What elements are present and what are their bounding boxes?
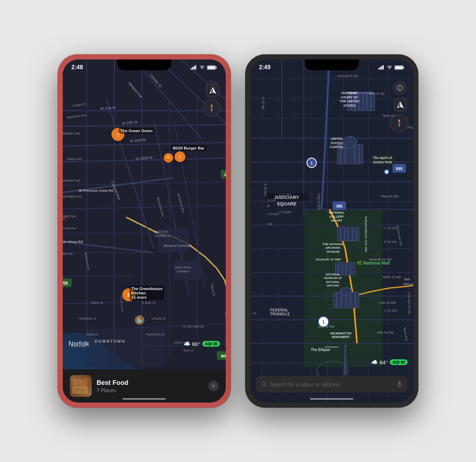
notch-left	[117, 59, 171, 70]
svg-text:apital: apital	[63, 217, 65, 221]
svg-text:JUDICIARY: JUDICIARY	[274, 195, 299, 200]
compass-icon: N	[206, 103, 217, 114]
best-food-card[interactable]: Best Food 7 Places ✕	[63, 369, 226, 403]
phones-container: 2:48	[43, 40, 433, 422]
search-bar-right[interactable]: Search for a place or address	[256, 376, 407, 392]
pin-label-green-onion: The Green Onion	[119, 128, 154, 134]
card-inner: Best Food 7 Places ✕	[70, 375, 219, 397]
location-button-right[interactable]	[394, 98, 407, 111]
svg-text:N: N	[398, 119, 400, 121]
search-placeholder: Search for a place or address	[270, 381, 394, 387]
aqi-badge-left: AQI 30	[202, 341, 220, 347]
svg-text:Westover Ave: Westover Ave	[63, 179, 80, 182]
wifi-icon-right	[387, 65, 393, 70]
search-icon	[261, 381, 267, 387]
svg-rect-92	[378, 68, 379, 70]
svg-rect-217	[398, 381, 401, 385]
location-button-left[interactable]	[206, 84, 219, 97]
federal-triangle-label: FEDERALTRIANGLE	[270, 308, 290, 316]
svg-text:Elmwood Cemetery: Elmwood Cemetery	[164, 244, 191, 248]
mic-icon[interactable]	[397, 381, 402, 387]
svg-text:12th St SW: 12th St SW	[379, 301, 396, 305]
svg-text:C St NW: C St NW	[279, 210, 291, 214]
svg-text:First St NW: First St NW	[317, 194, 321, 210]
time-right: 2:49	[259, 64, 270, 71]
svg-rect-98	[395, 66, 403, 69]
svg-text:E City Hall Ave: E City Hall Ave	[183, 325, 204, 328]
food-thumbnail	[70, 375, 92, 397]
svg-text:E St SW: E St SW	[385, 240, 397, 244]
svg-text:West Point: West Point	[154, 230, 168, 234]
pin-food-small[interactable]: 🏆	[164, 153, 173, 163]
svg-rect-5	[216, 67, 217, 68]
signal-icon-right	[378, 65, 385, 70]
weather-bar-right: ☁️ 64° AQI 43	[250, 356, 413, 369]
svg-rect-3	[195, 65, 196, 70]
svg-rect-93	[380, 67, 381, 70]
svg-text:Maury Ave: Maury Ave	[67, 157, 82, 161]
pin-food-3[interactable]: 🏪	[135, 315, 144, 325]
svg-text:Ninth St SW: Ninth St SW	[383, 275, 401, 279]
signal-icon	[191, 65, 197, 70]
info-button-right[interactable]: ⓘ	[393, 81, 407, 95]
svg-rect-6	[208, 66, 215, 69]
svg-text:Cemetery: Cemetery	[177, 270, 190, 273]
battery-icon	[207, 65, 217, 70]
svg-text:Fairfax Ave: Fairfax Ave	[63, 252, 73, 256]
washington-monument-label: WASHINGTONMONUMENT	[330, 332, 351, 339]
svg-point-200	[385, 170, 388, 173]
left-phone: 2:48	[58, 54, 231, 408]
svg-text:Lincoln St: Lincoln St	[152, 317, 166, 320]
svg-text:D ST NE: D ST NE	[261, 97, 265, 110]
svg-text:Frontage Rd SW: Frontage Rd SW	[407, 292, 411, 314]
svg-rect-94	[381, 66, 382, 70]
pin-8020[interactable]: 🍴	[175, 151, 185, 162]
drag-handle	[325, 346, 339, 348]
svg-text:Independence Ave SW: Independence Ave SW	[364, 217, 368, 252]
svg-text:C St SW: C St SW	[385, 226, 397, 230]
weather-info-left: ☁️ 66° AQI 30	[184, 341, 220, 347]
svg-text:Cemetery 6: Cemetery 6	[154, 234, 170, 237]
svg-text:Fenchurch St: Fenchurch St	[146, 333, 165, 336]
supreme-court-label: SUPREMECOURT OFTHE UNITEDSTATES	[340, 91, 359, 108]
svg-text:1: 1	[310, 161, 313, 165]
card-close-button[interactable]: ✕	[208, 381, 219, 391]
capitol-label: UNITEDSTATESCAPITOL	[330, 137, 344, 150]
status-icons-left	[191, 65, 217, 70]
aqi-badge-right: AQI 43	[390, 359, 407, 365]
svg-text:Banne...: Banne...	[404, 282, 413, 286]
compass-left[interactable]: N	[203, 99, 221, 117]
svg-text:Seventh St NW: Seventh St NW	[316, 257, 341, 261]
weather-info-right: ☁️ 64° AQI 43	[371, 359, 407, 365]
svg-text:Bolissevain Ave: Bolissevain Ave	[63, 227, 76, 230]
dc-map: 395 695 1 1	[250, 59, 413, 403]
svg-text:15th St SW: 15th St SW	[377, 331, 394, 334]
national-gallery-label: NATIONALGALLERYOF ART	[329, 211, 344, 223]
svg-text:W: W	[267, 205, 270, 208]
svg-text:695: 695	[396, 166, 402, 171]
partial-label: ITE	[252, 312, 256, 315]
temperature-right: ☁️ 64°	[371, 359, 388, 365]
home-indicator-left	[123, 398, 166, 400]
location-arrow-right-icon	[397, 102, 404, 108]
svg-text:N: N	[211, 104, 212, 106]
location-arrow-icon	[210, 87, 216, 94]
svg-text:46: 46	[224, 173, 226, 177]
right-screen: 2:49	[250, 59, 413, 403]
svg-rect-0	[191, 68, 192, 70]
svg-text:Yarmouth St: Yarmouth St	[79, 317, 96, 320]
city-label: Norfolk	[69, 340, 89, 348]
svg-text:SQUARE: SQUARE	[277, 201, 297, 206]
svg-text:W Princess Anne Rd: W Princess Anne Rd	[79, 188, 113, 192]
svg-text:St NW: St NW	[267, 199, 276, 202]
svg-text:NW: NW	[267, 223, 272, 226]
notch-right	[305, 59, 359, 70]
svg-text:Third St SW: Third St SW	[381, 195, 399, 198]
svg-text:460: 460	[221, 354, 226, 358]
battery-icon-right	[395, 65, 405, 70]
compass-right[interactable]: N	[390, 114, 408, 132]
svg-text:58: 58	[63, 281, 68, 286]
dc-map-svg: 395 695 1 1	[250, 59, 413, 403]
left-screen: 2:48	[63, 59, 226, 403]
national-mall-label: 🌿 National Mall	[357, 261, 390, 266]
